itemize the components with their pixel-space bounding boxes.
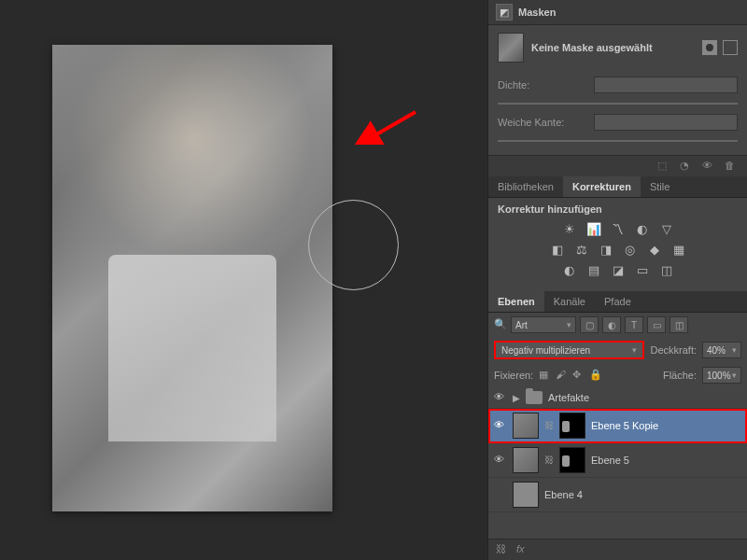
delete-mask-icon[interactable]: 🗑 [725, 160, 738, 173]
search-icon[interactable]: 🔍 [494, 318, 507, 331]
hue-icon[interactable]: ◧ [548, 241, 567, 258]
layer-row-selected[interactable]: 👁 ⛓ Ebene 5 Kopie [488, 409, 747, 443]
feather-input[interactable] [594, 114, 738, 131]
visibility-icon[interactable]: 👁 [494, 391, 507, 404]
annotation-arrow [355, 107, 420, 145]
canvas-area[interactable] [0, 0, 487, 560]
density-input[interactable] [594, 77, 738, 93]
expand-icon[interactable]: ▶ [513, 393, 520, 403]
layers-tabs: Ebenen Kanäle Pfade [488, 291, 747, 313]
tab-styles[interactable]: Stile [641, 176, 679, 197]
color-lookup-icon[interactable]: ▦ [669, 241, 688, 258]
opacity-label: Deckkraft: [650, 344, 697, 356]
adjustments-panel: Korrektur hinzufügen ☀ 📊 〽 ◐ ▽ ◧ ⚖ ◨ ◎ ◆… [488, 198, 747, 291]
masks-panel-icon: ◩ [496, 4, 513, 21]
apply-mask-icon[interactable]: ◔ [680, 160, 693, 173]
pixel-mask-icon[interactable] [702, 40, 717, 55]
mask-thumbnail[interactable] [498, 33, 524, 63]
svg-line-0 [372, 112, 416, 137]
visibility-icon[interactable]: 👁 [494, 454, 507, 467]
layer-thumbnail[interactable] [513, 447, 539, 473]
opacity-input[interactable]: 40%▾ [702, 342, 741, 358]
density-label: Dichte: [498, 79, 586, 91]
brightness-icon[interactable]: ☀ [560, 220, 579, 237]
lock-all-icon[interactable]: 🔒 [589, 369, 602, 382]
layers-panel: 🔍 Art▾ ▢ ◐ T ▭ ◫ Negativ multiplizieren▾… [488, 313, 747, 560]
layer-list: 👁 ▶ Artefakte 👁 ⛓ Ebene 5 Kopie 👁 ⛓ Eben… [488, 387, 747, 539]
tab-adjustments[interactable]: Korrekturen [563, 176, 641, 197]
levels-icon[interactable]: 📊 [585, 220, 603, 237]
density-slider[interactable] [498, 103, 738, 105]
vibrance-icon[interactable]: ▽ [657, 220, 676, 237]
tab-channels[interactable]: Kanäle [544, 291, 595, 312]
fill-label: Fläche: [663, 370, 697, 381]
link-icon[interactable]: ⛓ [544, 420, 554, 431]
visibility-icon[interactable] [494, 488, 507, 501]
filter-adjust-icon[interactable]: ◐ [602, 316, 621, 333]
masks-panel-title: Masken [518, 7, 556, 18]
visibility-icon[interactable]: 👁 [494, 419, 507, 432]
layer-thumbnail[interactable] [513, 413, 539, 439]
filter-shape-icon[interactable]: ▭ [647, 316, 666, 333]
right-panels: ◩ Masken Keine Maske ausgewählt Dichte: … [487, 0, 747, 560]
masks-panel-header: ◩ Masken [488, 0, 747, 25]
vector-mask-icon[interactable] [723, 40, 738, 55]
layer-name[interactable]: Artefakte [548, 392, 741, 403]
gradient-map-icon[interactable]: ▭ [633, 261, 652, 278]
photo-filter-icon[interactable]: ◎ [621, 241, 640, 258]
add-adjustment-label: Korrektur hinzufügen [498, 203, 738, 215]
layer-name[interactable]: Ebene 5 [591, 455, 741, 466]
canvas-image[interactable] [52, 45, 332, 511]
posterize-icon[interactable]: ▤ [585, 261, 603, 278]
layer-mask-thumbnail[interactable] [559, 447, 585, 473]
link-icon[interactable]: ⛓ [544, 455, 554, 466]
filter-smart-icon[interactable]: ◫ [669, 316, 688, 333]
brush-cursor [308, 200, 399, 290]
layer-group-row[interactable]: 👁 ▶ Artefakte [488, 387, 747, 409]
layer-name[interactable]: Ebene 4 [544, 489, 741, 500]
bw-icon[interactable]: ◨ [597, 241, 615, 258]
layer-row[interactable]: 👁 ⛓ Ebene 5 [488, 443, 747, 478]
layer-thumbnail[interactable] [513, 482, 539, 508]
feather-slider[interactable] [498, 140, 738, 142]
tab-paths[interactable]: Pfade [595, 291, 641, 312]
lock-position-icon[interactable]: ✥ [572, 369, 585, 382]
lock-transparency-icon[interactable]: ▦ [539, 369, 552, 382]
threshold-icon[interactable]: ◪ [609, 261, 627, 278]
adjustments-tabs: Bibliotheken Korrekturen Stile [488, 176, 747, 198]
feather-label: Weiche Kante: [498, 117, 586, 128]
link-layers-icon[interactable]: ⛓ [496, 543, 509, 556]
selective-color-icon[interactable]: ◫ [657, 261, 676, 278]
masks-footer: ⬚ ◔ 👁 🗑 [488, 155, 747, 176]
blend-mode-dropdown[interactable]: Negativ multiplizieren▾ [494, 341, 644, 359]
channel-mixer-icon[interactable]: ◆ [645, 241, 664, 258]
layer-row[interactable]: Ebene 4 [488, 478, 747, 512]
lock-pixels-icon[interactable]: 🖌 [556, 369, 569, 382]
layer-name[interactable]: Ebene 5 Kopie [591, 420, 741, 431]
fx-icon[interactable]: fx [516, 543, 529, 556]
invert-icon[interactable]: ◐ [560, 261, 579, 278]
layer-mask-thumbnail[interactable] [559, 413, 585, 439]
tab-layers[interactable]: Ebenen [488, 291, 544, 312]
exposure-icon[interactable]: ◐ [633, 220, 652, 237]
lock-label: Fixieren: [494, 370, 533, 381]
filter-type-icon[interactable]: T [625, 316, 643, 333]
filter-type-dropdown[interactable]: Art▾ [511, 316, 576, 333]
filter-pixel-icon[interactable]: ▢ [580, 316, 599, 333]
tab-libraries[interactable]: Bibliotheken [488, 176, 563, 197]
color-balance-icon[interactable]: ⚖ [572, 241, 591, 258]
fill-input[interactable]: 100%▾ [702, 367, 741, 384]
layers-footer: ⛓ fx [488, 539, 747, 560]
select-mask-icon[interactable]: ⬚ [657, 160, 670, 173]
folder-icon [526, 391, 543, 404]
disable-mask-icon[interactable]: 👁 [702, 160, 715, 173]
no-mask-label: Keine Maske ausgewählt [531, 42, 695, 53]
curves-icon[interactable]: 〽 [609, 220, 627, 237]
masks-panel-body: Keine Maske ausgewählt Dichte: Weiche Ka… [488, 25, 747, 155]
